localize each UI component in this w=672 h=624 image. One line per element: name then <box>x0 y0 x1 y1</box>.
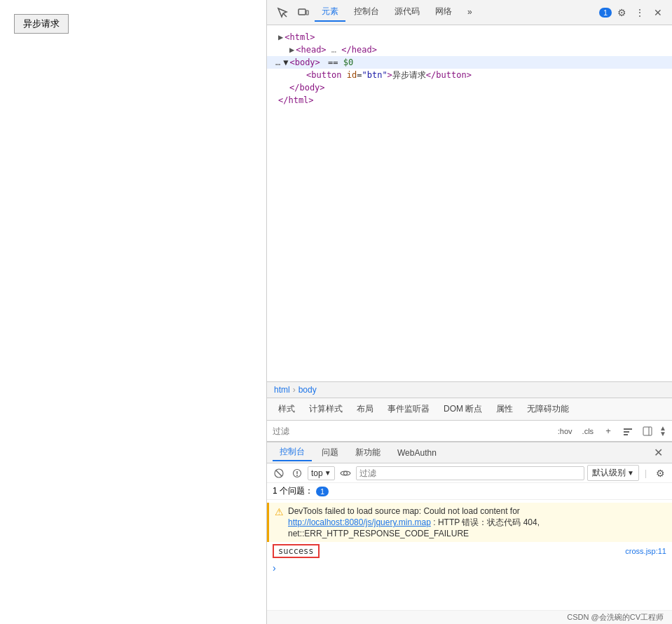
tab-more[interactable]: » <box>460 4 479 21</box>
styles-tabs: 样式 计算样式 布局 事件监听器 DOM 断点 属性 无障碍功能 <box>267 398 672 421</box>
footer-text: CSDN @会洗碗的CV工程师 <box>567 612 664 623</box>
svg-rect-2 <box>306 11 308 15</box>
svg-rect-6 <box>643 427 652 435</box>
issues-text: 1 个问题： <box>273 485 313 497</box>
async-request-button[interactable]: 异步请求 <box>14 14 69 34</box>
console-filter-input[interactable] <box>356 466 584 480</box>
html-line-html: ▶ <html> <box>267 31 672 43</box>
tab-properties[interactable]: 属性 <box>491 400 519 418</box>
dollar-zero: $0 <box>343 56 353 69</box>
add-style-icon[interactable]: + <box>601 423 616 439</box>
close-icon[interactable]: ✕ <box>650 4 666 21</box>
level-selector[interactable]: 默认级别 ▼ <box>587 465 639 481</box>
new-rule-icon[interactable] <box>620 423 636 439</box>
html-line-head: ▶ <head> … </head> <box>267 43 672 56</box>
level-label: 默认级别 <box>592 467 626 479</box>
console-section: 控制台 问题 新功能 WebAuthn ✕ top <box>267 442 672 610</box>
warning-text: DevTools failed to load source map: Coul… <box>288 506 666 539</box>
tab-network[interactable]: 网络 <box>428 3 459 22</box>
elements-panel: ▶ <html> ▶ <head> … </head> … ▼ <body> =… <box>267 25 672 381</box>
devtools-toolbar: 元素 控制台 源代码 网络 » 1 ⚙ ⋮ ✕ <box>267 0 672 25</box>
console-warning-line: ⚠ DevTools failed to load source map: Co… <box>267 503 672 542</box>
settings-icon[interactable]: ⚙ <box>613 4 630 21</box>
svg-point-12 <box>296 475 298 476</box>
issues-count-badge[interactable]: 1 <box>316 487 329 496</box>
tab-elements[interactable]: 元素 <box>315 3 345 22</box>
browser-page: 异步请求 <box>0 0 266 624</box>
source-link[interactable]: cross.jsp:11 <box>625 547 666 555</box>
html-line-html-close: </html> <box>267 94 672 107</box>
inspect-icon[interactable] <box>273 3 292 22</box>
html-line-button: <button id="btn" > 异步请求 </button> <box>267 69 672 81</box>
console-tab-console[interactable]: 控制台 <box>273 444 312 461</box>
clear-console-icon[interactable] <box>271 466 287 481</box>
tab-console[interactable]: 控制台 <box>347 3 386 22</box>
top-selector[interactable]: top ▼ <box>308 466 335 480</box>
tab-dom-breakpoints[interactable]: DOM 断点 <box>438 400 488 418</box>
expand-arrow-html[interactable]: ▶ <box>278 31 283 43</box>
toggle-sidebar-icon[interactable] <box>640 423 655 439</box>
divider: | <box>645 468 647 478</box>
level-dropdown-arrow: ▼ <box>627 469 634 477</box>
console-content: ⚠ DevTools failed to load source map: Co… <box>267 500 672 610</box>
console-tab-issues[interactable]: 问题 <box>315 445 345 461</box>
console-close-icon[interactable]: ✕ <box>650 445 666 461</box>
eye-icon[interactable] <box>338 466 353 481</box>
preserve-log-icon[interactable] <box>289 466 305 481</box>
issues-bar: 1 个问题： 1 <box>267 483 672 500</box>
expand-arrow-head[interactable]: ▶ <box>289 43 294 56</box>
html-line-body-close: </body> <box>267 81 672 94</box>
svg-point-13 <box>343 471 347 475</box>
warning-icon: ⚠ <box>275 506 284 517</box>
console-success-line: success cross.jsp:11 <box>267 542 672 560</box>
tab-sources[interactable]: 源代码 <box>388 3 427 22</box>
html-line-body[interactable]: … ▼ <body> == $0 <box>267 56 672 69</box>
breadcrumb-sep: › <box>293 385 296 395</box>
breadcrumb-body[interactable]: body <box>299 385 317 395</box>
footer: CSDN @会洗碗的CV工程师 <box>267 610 672 624</box>
issues-badge[interactable]: 1 <box>599 8 612 18</box>
top-label: top <box>311 468 323 478</box>
filter-bar: :hov .cls + ▲ ▼ <box>267 421 672 442</box>
scroll-arrows[interactable]: ▲ ▼ <box>659 426 666 437</box>
ellipsis: … <box>275 56 280 69</box>
expand-arrow-body[interactable]: ▼ <box>283 56 288 69</box>
tab-accessibility[interactable]: 无障碍功能 <box>521 400 575 418</box>
top-dropdown-arrow: ▼ <box>324 469 331 477</box>
cls-button[interactable]: .cls <box>580 426 597 437</box>
console-tab-webauthn[interactable]: WebAuthn <box>390 446 444 460</box>
svg-line-0 <box>283 13 287 17</box>
svg-rect-1 <box>299 9 306 15</box>
more-options-icon[interactable]: ⋮ <box>631 4 648 21</box>
svg-line-9 <box>276 470 282 476</box>
devtools-panel: 元素 控制台 源代码 网络 » 1 ⚙ ⋮ ✕ ▶ <html> ▶ <head… <box>266 0 672 624</box>
svg-rect-4 <box>624 431 629 433</box>
console-settings-icon[interactable]: ⚙ <box>652 466 668 481</box>
breadcrumb-html[interactable]: html <box>274 385 290 395</box>
device-toggle-icon[interactable] <box>294 3 313 22</box>
success-value: success <box>273 544 320 558</box>
tab-event-listeners[interactable]: 事件监听器 <box>382 400 435 418</box>
svg-rect-5 <box>624 434 628 435</box>
breadcrumb-bar: html › body <box>267 381 672 398</box>
console-tabs: 控制台 问题 新功能 WebAuthn ✕ <box>267 442 672 463</box>
tab-styles[interactable]: 样式 <box>273 400 301 418</box>
tab-layout[interactable]: 布局 <box>351 400 379 418</box>
tab-computed[interactable]: 计算样式 <box>303 400 348 418</box>
svg-rect-3 <box>624 428 632 430</box>
console-expand-chevron[interactable]: › <box>267 560 672 576</box>
console-tab-new[interactable]: 新功能 <box>348 445 388 461</box>
hov-button[interactable]: :hov <box>555 426 575 437</box>
filter-input[interactable] <box>273 426 551 436</box>
console-toolbar: top ▼ 默认级别 ▼ | ⚙ <box>267 463 672 483</box>
warning-link[interactable]: http://localhost:8080/js/jquery.min.map <box>288 517 431 527</box>
